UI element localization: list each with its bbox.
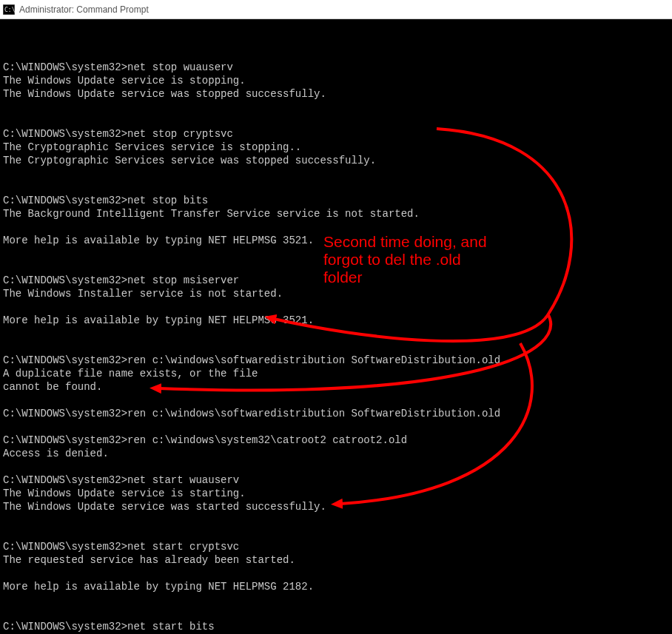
terminal-line — [3, 260, 669, 274]
terminal-line: C:\WINDOWS\system32>net stop cryptsvc — [3, 127, 669, 141]
terminal-line — [3, 327, 669, 340]
terminal-line: The Cryptographic Services service was s… — [3, 154, 669, 167]
terminal-line: A duplicate file name exists, or the fil… — [3, 367, 669, 380]
terminal-line: Access is denied. — [3, 447, 669, 460]
terminal-line: More help is available by typing NET HEL… — [3, 314, 669, 327]
terminal-line — [3, 567, 669, 580]
terminal-line: C:\WINDOWS\system32>net start wuauserv — [3, 473, 669, 487]
terminal-line — [3, 247, 669, 260]
terminal-line — [3, 593, 669, 607]
terminal-line: The Background Intelligent Transfer Serv… — [3, 207, 669, 220]
terminal-line: C:\WINDOWS\system32>net stop wuauserv — [3, 61, 669, 74]
terminal-line — [3, 513, 669, 527]
terminal-line: C:\WINDOWS\system32>ren c:\windows\syste… — [3, 434, 669, 447]
cmd-icon: C:\ — [3, 4, 15, 15]
terminal-line: cannot be found. — [3, 380, 669, 394]
terminal-line — [3, 47, 669, 61]
terminal-line — [3, 607, 669, 620]
terminal-line: The Windows Update service is starting. — [3, 487, 669, 500]
terminal-line — [3, 420, 669, 434]
titlebar[interactable]: C:\ Administrator: Command Prompt — [0, 0, 672, 19]
terminal-line: C:\WINDOWS\system32>net stop msiserver — [3, 274, 669, 287]
terminal-line: The Windows Update service was stopped s… — [3, 87, 669, 101]
terminal-line: More help is available by typing NET HEL… — [3, 234, 669, 247]
terminal-line — [3, 300, 669, 314]
terminal-line — [3, 181, 669, 194]
terminal-line — [3, 340, 669, 354]
terminal-line: The Cryptographic Services service is st… — [3, 141, 669, 154]
terminal-line: C:\WINDOWS\system32>net start cryptsvc — [3, 540, 669, 553]
terminal-line — [3, 527, 669, 540]
terminal-line — [3, 460, 669, 473]
terminal-line: C:\WINDOWS\system32>ren c:\windows\softw… — [3, 354, 669, 367]
terminal-line — [3, 394, 669, 407]
terminal-line — [3, 101, 669, 114]
terminal-line: The Windows Update service was started s… — [3, 500, 669, 513]
terminal-line: The requested service has already been s… — [3, 553, 669, 567]
terminal-line — [3, 167, 669, 181]
terminal-line: C:\WINDOWS\system32>net start bits — [3, 620, 669, 633]
svg-text:C:\: C:\ — [4, 7, 15, 13]
terminal-line: C:\WINDOWS\system32>net stop bits — [3, 194, 669, 207]
terminal-line: The Windows Installer service is not sta… — [3, 287, 669, 300]
terminal-line: The Windows Update service is stopping. — [3, 74, 669, 87]
terminal-output[interactable]: C:\WINDOWS\system32>net stop wuauservThe… — [0, 19, 672, 634]
terminal-line — [3, 220, 669, 234]
terminal-line — [3, 114, 669, 127]
terminal-line: C:\WINDOWS\system32>ren c:\windows\softw… — [3, 407, 669, 420]
window-title: Administrator: Command Prompt — [19, 4, 149, 15]
terminal-line: More help is available by typing NET HEL… — [3, 580, 669, 593]
